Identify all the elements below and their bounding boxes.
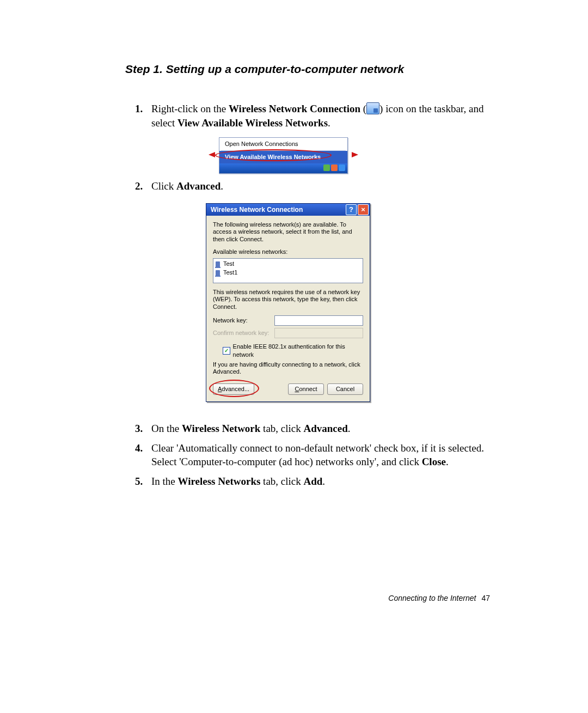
network-key-row: Network key: xyxy=(213,315,363,326)
network-key-label: Network key: xyxy=(213,316,270,325)
step-3-text-b: tab, click xyxy=(260,423,303,434)
close-button[interactable]: × xyxy=(358,204,369,215)
step-2-bold: Advanced xyxy=(176,180,220,192)
step-1-text-b: ( xyxy=(360,103,366,114)
tray-icon xyxy=(331,164,338,171)
difficulty-note-text: If you are having difficulty connecting … xyxy=(213,361,363,376)
network-list-item[interactable]: Test1 xyxy=(216,269,360,277)
wep-note-text: This wireless network requires the use o… xyxy=(213,289,363,311)
step-1-text-d: . xyxy=(328,117,330,129)
step-4-text-b: . xyxy=(446,456,449,467)
taskbar-tray xyxy=(219,163,347,173)
cancel-button[interactable]: Cancel xyxy=(327,383,363,395)
step-3: On the Wireless Network tab, click Advan… xyxy=(151,422,490,436)
dialog-intro-text: The following wireless network(s) are av… xyxy=(213,221,363,243)
page-number: 47 xyxy=(481,594,490,602)
confirm-key-label: Confirm network key: xyxy=(213,329,270,337)
enable-8021x-label: Enable IEEE 802.1x authentication for th… xyxy=(233,343,363,359)
step-4-bold: Close xyxy=(422,456,446,467)
step-3-bold-1: Wireless Network xyxy=(182,423,260,434)
step-5: In the Wireless Networks tab, click Add. xyxy=(151,474,490,489)
step-5-bold-2: Add xyxy=(304,476,323,487)
step-1-text-a: Right-click on the xyxy=(151,103,229,114)
arrow-left-icon xyxy=(209,152,215,157)
dialog-title: Wireless Network Connection xyxy=(211,205,303,214)
network-list-item[interactable]: Test xyxy=(216,260,360,269)
menu-item-view-available[interactable]: View Available Wireless Networks xyxy=(219,151,347,163)
network-icon xyxy=(216,261,220,267)
step-5-text-b: tab, click xyxy=(260,476,303,487)
network-name: Test1 xyxy=(223,269,237,277)
available-networks-list[interactable]: Test Test1 xyxy=(213,258,363,283)
step-5-text-a: In the xyxy=(151,476,178,487)
connect-button[interactable]: Connect xyxy=(288,383,324,395)
advanced-button[interactable]: Advanced... xyxy=(213,383,254,395)
menu-item-open-connections[interactable]: Open Network Connections xyxy=(219,138,347,150)
arrow-right-icon xyxy=(352,152,358,157)
step-2-text-a: Click xyxy=(151,180,176,192)
step-5-text-c: . xyxy=(322,476,325,487)
wireless-dialog-screenshot: Wireless Network Connection ? × The foll… xyxy=(206,203,370,403)
wireless-connection-icon xyxy=(366,102,379,114)
confirm-key-row: Confirm network key: xyxy=(213,328,363,338)
checkbox-checked-icon[interactable]: ✓ xyxy=(223,347,230,355)
network-name: Test xyxy=(223,260,234,268)
page-footer: Connecting to the Internet47 xyxy=(388,594,490,602)
step-4: Clear 'Automatically connect to non-defa… xyxy=(151,441,490,469)
section-title: Step 1. Setting up a computer-to-compute… xyxy=(125,63,490,76)
context-menu-screenshot: Open Network Connections View Available … xyxy=(219,137,348,174)
dialog-titlebar: Wireless Network Connection ? × xyxy=(206,204,370,216)
step-2: Click Advanced. Wireless Network Connect… xyxy=(151,179,490,402)
available-networks-label: Available wireless networks: xyxy=(213,248,363,256)
step-3-text-c: . xyxy=(348,423,351,434)
step-1: Right-click on the Wireless Network Conn… xyxy=(151,102,490,174)
network-icon xyxy=(216,270,220,276)
step-1-bold-2: View Available Wireless Networks xyxy=(177,117,328,129)
network-key-input[interactable] xyxy=(274,315,363,326)
tray-icon xyxy=(323,164,330,171)
confirm-key-input xyxy=(274,328,363,338)
footer-text: Connecting to the Internet xyxy=(388,594,476,602)
step-3-text-a: On the xyxy=(151,423,182,434)
enable-8021x-row[interactable]: ✓ Enable IEEE 802.1x authentication for … xyxy=(223,343,363,359)
step-3-bold-2: Advanced xyxy=(304,423,348,434)
step-2-text-b: . xyxy=(220,180,223,192)
step-5-bold-1: Wireless Networks xyxy=(178,476,261,487)
help-button[interactable]: ? xyxy=(346,204,357,215)
tray-icon xyxy=(339,164,345,171)
step-1-bold-1: Wireless Network Connection xyxy=(229,103,360,114)
